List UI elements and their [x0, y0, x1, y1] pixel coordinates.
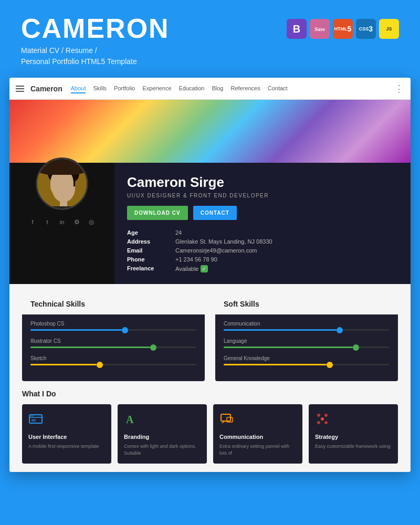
svg-rect-4 [52, 176, 56, 186]
ui-desc: A mobile first responsive template [28, 443, 105, 450]
skill-fill-illustrator [30, 346, 150, 348]
freelance-value: Available ✓ [175, 265, 398, 272]
avatar-face [37, 159, 87, 208]
page-title: CAMERON [21, 15, 170, 42]
html5-badge: HTML 5 [333, 19, 353, 39]
preview-window: Cameron About Skills Portfolio Experienc… [9, 78, 411, 472]
ui-title: User Interface [28, 434, 105, 440]
svg-rect-15 [32, 419, 36, 422]
soft-skills-heading: Soft Skills [215, 293, 398, 314]
soft-skill-3: General Knowledge [224, 355, 390, 365]
person-title: UI/UX DESIGNER & FRONT END DEVELOPER [127, 193, 398, 198]
twitter-icon[interactable]: t [43, 217, 52, 227]
svg-text:A: A [126, 414, 134, 425]
facebook-icon[interactable]: f [28, 217, 37, 227]
tech-badges: B Sass HTML 5 CSS 3 JS [287, 19, 399, 39]
skill-dot-sketch [97, 362, 103, 368]
nav-link-references[interactable]: References [230, 84, 260, 93]
soft-skill-2: Language [224, 338, 390, 348]
what-card-ui: User Interface A mobile first responsive… [22, 404, 111, 464]
branding-title: Branding [124, 434, 201, 440]
nav-logo: Cameron [30, 85, 62, 93]
soft-skill-1: Communication [224, 321, 390, 331]
skill-track-comm [224, 329, 390, 331]
nav-link-education[interactable]: Education [179, 84, 205, 93]
svg-point-7 [66, 185, 69, 187]
profile-left: f t in ⚙ ◎ [9, 163, 114, 284]
settings-icon[interactable]: ⚙ [72, 217, 81, 227]
skill-fill-comm [224, 329, 337, 331]
svg-point-22 [324, 421, 328, 424]
skill-fill-sketch [30, 364, 97, 365]
ui-icon [28, 412, 105, 429]
svg-point-14 [33, 416, 34, 417]
bootstrap-badge: B [287, 19, 307, 39]
age-label: Age [127, 229, 169, 236]
nav-link-skills[interactable]: Skills [93, 84, 107, 93]
comm-title: Communication [219, 434, 296, 440]
download-cv-button[interactable]: DOWNLOAD CV [127, 206, 188, 220]
nav-more-icon[interactable]: ⋮ [394, 83, 404, 94]
skill-track-illustrator [30, 346, 196, 348]
contact-button[interactable]: CONTACT [193, 206, 237, 220]
svg-point-13 [30, 416, 32, 417]
skills-section: Technical Skills Photoshop CS Illustrato… [9, 284, 411, 390]
svg-point-19 [317, 414, 320, 417]
title-block: CAMERON Material CV / Resume / Personal … [21, 15, 170, 67]
email-label: Email [127, 247, 169, 254]
hamburger-menu[interactable] [16, 86, 24, 92]
nav-link-contact[interactable]: Contact [268, 84, 288, 93]
phone-label: Phone [127, 256, 169, 262]
nav-bar: Cameron About Skills Portfolio Experienc… [9, 78, 411, 100]
branding-desc: Comes with light and dark options. Suita… [124, 443, 201, 456]
strategy-title: Strategy [315, 434, 392, 440]
nav-link-blog[interactable]: Blog [212, 84, 223, 93]
sass-badge: Sass [310, 19, 330, 39]
skill-track-gk [224, 364, 390, 365]
available-badge: Available ✓ [175, 265, 208, 272]
what-i-do-heading: What I Do [22, 390, 398, 398]
css3-badge: CSS 3 [356, 19, 376, 39]
technical-skills-heading: Technical Skills [22, 293, 205, 314]
skill-track-photoshop [30, 329, 196, 331]
skill-dot-lang [353, 344, 359, 351]
svg-point-20 [324, 414, 328, 417]
skill-dot-illustrator [150, 344, 156, 351]
svg-point-23 [321, 417, 324, 421]
profile-right: Cameron Sirge UI/UX DESIGNER & FRONT END… [114, 163, 411, 284]
branding-icon: A [124, 412, 201, 429]
skill-dot-photoshop [122, 327, 128, 333]
svg-rect-10 [48, 206, 79, 208]
camera-icon[interactable]: ◎ [87, 217, 96, 227]
skill-fill-lang [224, 346, 353, 348]
skill-track-sketch [30, 364, 196, 365]
skill-fill-gk [224, 364, 327, 365]
svg-point-8 [62, 189, 65, 192]
svg-point-2 [52, 175, 75, 202]
technical-skill-1: Photoshop CS [30, 321, 196, 331]
address-label: Address [127, 238, 169, 245]
what-card-strategy: Strategy Easy customizable framework usi… [309, 404, 398, 464]
nav-link-about[interactable]: About [71, 84, 86, 93]
page-subtitle: Material CV / Resume / Personal Portfoli… [21, 45, 170, 67]
svg-point-21 [317, 421, 320, 424]
nav-link-experience[interactable]: Experience [142, 84, 171, 93]
available-icon: ✓ [201, 265, 208, 272]
strategy-icon [315, 412, 392, 429]
linkedin-icon[interactable]: in [57, 217, 67, 227]
avatar [36, 158, 88, 210]
nav-link-portfolio[interactable]: Portfolio [114, 84, 135, 93]
info-table: Age 24 Address Glenlake St. Mays Landing… [127, 229, 398, 272]
strategy-desc: Easy customizable framework using [315, 443, 392, 450]
what-i-do-section: What I Do User Interface A mobile first … [9, 390, 411, 472]
js-badge: JS [379, 19, 399, 39]
social-icons: f t in ⚙ ◎ [28, 217, 96, 227]
age-value: 24 [175, 229, 398, 236]
profile-card: f t in ⚙ ◎ Cameron Sirge UI/UX DESIGNER … [9, 163, 411, 284]
soft-skills-card: Soft Skills Communication Language Gener… [215, 293, 398, 381]
address-value: Glenlake St. Mays Landing, NJ 08330 [175, 238, 398, 245]
page-header: CAMERON Material CV / Resume / Personal … [0, 0, 420, 78]
svg-point-6 [58, 185, 61, 187]
freelance-label: Freelance [127, 265, 169, 272]
nav-links: About Skills Portfolio Experience Educat… [71, 84, 394, 93]
